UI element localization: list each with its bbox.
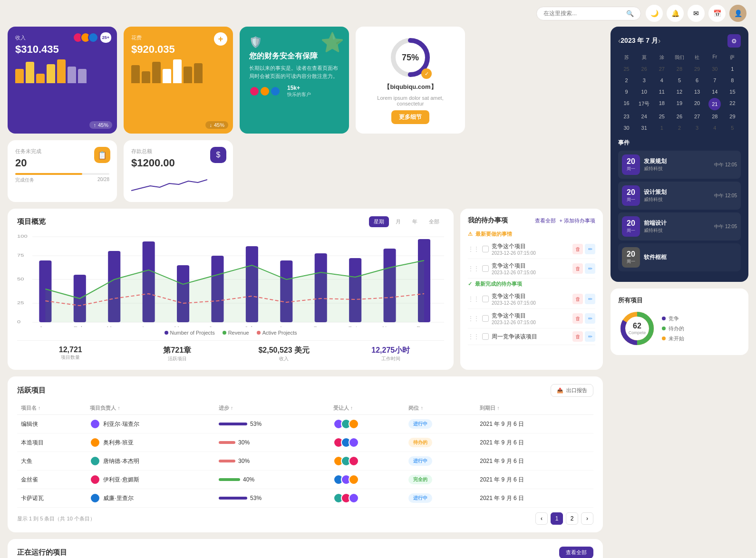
cal-d-22[interactable]: 22 — [724, 98, 741, 110]
cal-d-14[interactable]: 14 — [707, 87, 723, 97]
more-details-button[interactable]: 更多细节 — [391, 110, 429, 124]
todo-delete-5[interactable]: 🗑 — [572, 331, 583, 342]
drag-handle-1[interactable]: ⋮⋮ — [468, 246, 479, 252]
cal-d-19[interactable]: 19 — [671, 98, 688, 110]
drag-handle-4[interactable]: ⋮⋮ — [468, 315, 479, 322]
todo-check-4[interactable] — [482, 315, 489, 322]
page-2-button[interactable]: 2 — [566, 512, 578, 525]
col-progress[interactable]: 进步 ↑ — [215, 402, 330, 415]
todo-delete-4[interactable]: 🗑 — [572, 313, 583, 324]
tab-all[interactable]: 全部 — [424, 216, 444, 227]
cal-d-25b[interactable]: 25 — [653, 111, 670, 122]
drag-handle-2[interactable]: ⋮⋮ — [468, 265, 479, 272]
tab-month[interactable]: 月 — [391, 216, 406, 227]
cal-settings-button[interactable]: ⚙ — [727, 34, 741, 48]
cal-d-1b[interactable]: 1 — [653, 123, 670, 133]
drag-handle-3[interactable]: ⋮⋮ — [468, 296, 479, 302]
cal-d-2[interactable]: 2 — [618, 75, 635, 86]
todo-text-wrap-5: 周一竞争谈该项目 — [492, 333, 537, 341]
cal-d-27b[interactable]: 27 — [689, 111, 706, 122]
cal-d-5[interactable]: 5 — [671, 75, 688, 86]
cal-d-20[interactable]: 20 — [689, 98, 706, 110]
dark-mode-button[interactable]: 🌙 — [646, 5, 663, 22]
cal-d-4b[interactable]: 4 — [707, 123, 723, 133]
todo-add-btn[interactable]: + 添加待办事项 — [560, 217, 595, 224]
cal-d-10[interactable]: 10 — [636, 87, 652, 97]
cal-d-21-today[interactable]: 21 — [708, 98, 721, 110]
cal-d-25a[interactable]: 25 — [618, 64, 635, 74]
todo-delete-1[interactable]: 🗑 — [572, 244, 583, 254]
col-owner[interactable]: 项目负责人 ↑ — [86, 402, 215, 415]
cal-event-title-4: 软件框框 — [644, 253, 667, 261]
todo-check-2[interactable] — [482, 265, 489, 272]
notification-button[interactable]: 🔔 — [667, 5, 684, 22]
todo-view-all[interactable]: 查看全部 — [535, 217, 556, 224]
search-box[interactable]: 🔍 — [536, 7, 641, 20]
cal-d-15[interactable]: 15 — [724, 87, 741, 97]
export-report-button[interactable]: 📤 出口报告 — [551, 384, 593, 397]
add-expense-button[interactable]: + — [214, 32, 227, 46]
todo-edit-4[interactable]: ✏ — [585, 313, 595, 324]
cal-d-3b[interactable]: 3 — [689, 123, 706, 133]
todo-edit-3[interactable]: ✏ — [585, 294, 595, 304]
drag-handle-5[interactable]: ⋮⋮ — [468, 333, 479, 340]
mail-button[interactable]: ✉ — [688, 5, 705, 22]
stat-active-lbl: 活跃项目 — [124, 356, 231, 362]
assignee-group-5 — [333, 493, 401, 503]
cal-d-11[interactable]: 11 — [653, 87, 670, 97]
cal-d-29a[interactable]: 29 — [689, 64, 706, 74]
col-date[interactable]: 到期日 ↑ — [476, 402, 593, 415]
todo-delete-3[interactable]: 🗑 — [572, 294, 583, 304]
cal-d-6[interactable]: 6 — [689, 75, 706, 86]
todo-warn-text: 最新要做的事情 — [475, 231, 512, 238]
cal-d-8[interactable]: 8 — [724, 75, 741, 86]
cal-d-28a[interactable]: 28 — [671, 64, 688, 74]
cal-d-30b[interactable]: 30 — [618, 123, 635, 133]
cal-d-16[interactable]: 16 — [618, 98, 635, 110]
running-view-all-button[interactable]: 查看全部 — [559, 547, 593, 558]
cal-d-9[interactable]: 9 — [618, 87, 635, 97]
search-input[interactable] — [543, 10, 622, 17]
cal-d-17[interactable]: 17号 — [636, 98, 652, 110]
cal-d-26a[interactable]: 26 — [636, 64, 652, 74]
cal-d-4[interactable]: 4 — [653, 75, 670, 86]
cal-d-23[interactable]: 23 — [618, 111, 635, 122]
col-position[interactable]: 岗位 ↑ — [405, 402, 476, 415]
col-name[interactable]: 项目名 ↑ — [17, 402, 86, 415]
bar-5 — [57, 59, 66, 83]
cal-d-28b[interactable]: 28 — [707, 111, 723, 122]
cal-event-date-1: 20 周一 — [622, 154, 640, 175]
todo-check-5[interactable] — [482, 333, 489, 340]
cal-d-2b[interactable]: 2 — [671, 123, 688, 133]
col-assignee[interactable]: 受让人 ↑ — [330, 402, 405, 415]
page-1-button[interactable]: 1 — [551, 512, 563, 525]
todo-edit-2[interactable]: ✏ — [585, 263, 595, 274]
tab-week[interactable]: 星期 — [369, 216, 389, 227]
user-avatar[interactable]: 👤 — [729, 5, 746, 22]
cal-d-13[interactable]: 13 — [689, 87, 706, 97]
cal-d-24[interactable]: 24 — [636, 111, 652, 122]
next-page-button[interactable]: › — [581, 512, 593, 525]
cal-d-18[interactable]: 18 — [653, 98, 670, 110]
todo-delete-2[interactable]: 🗑 — [572, 263, 583, 274]
todo-check-1[interactable] — [482, 246, 489, 252]
cal-d-30a[interactable]: 30 — [707, 64, 723, 74]
cal-d-27a[interactable]: 27 — [653, 64, 670, 74]
cal-d-12[interactable]: 12 — [671, 87, 688, 97]
todo-edit-5[interactable]: ✏ — [585, 331, 595, 342]
cal-d-1[interactable]: 1 — [724, 64, 741, 74]
prev-page-button[interactable]: ‹ — [535, 512, 548, 525]
cal-d-31[interactable]: 31 — [636, 123, 652, 133]
cal-d-26b[interactable]: 26 — [671, 111, 688, 122]
todo-check-3[interactable] — [482, 296, 489, 302]
cal-d-5b[interactable]: 5 — [724, 123, 741, 133]
calendar-button[interactable]: 📅 — [708, 5, 726, 22]
tab-year[interactable]: 年 — [407, 216, 422, 227]
todo-edit-1[interactable]: ✏ — [585, 244, 595, 254]
cal-next-button[interactable]: › — [658, 37, 660, 45]
cal-d-29b[interactable]: 29 — [724, 111, 741, 122]
cal-d-3[interactable]: 3 — [636, 75, 652, 86]
top-cards: 收入 $310.435 25+ ↑ — [8, 27, 603, 134]
row-assignee-1 — [330, 415, 405, 433]
cal-d-7[interactable]: 7 — [707, 75, 723, 86]
